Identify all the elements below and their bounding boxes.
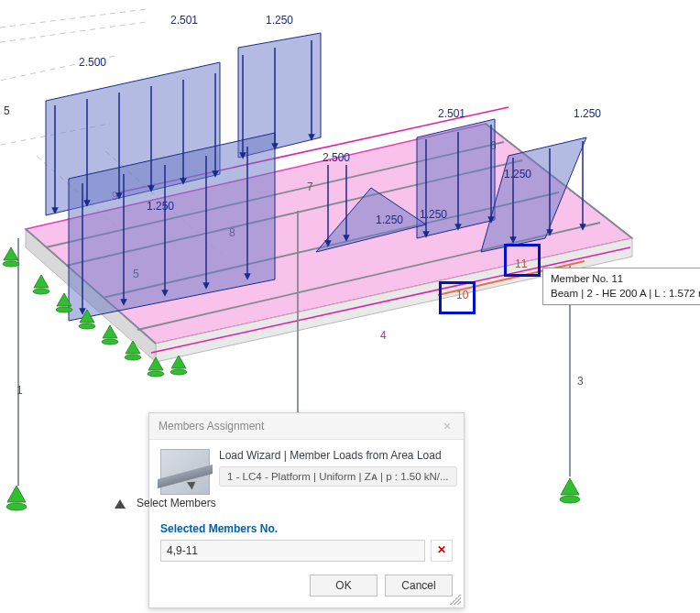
svg-marker-47 [4, 247, 18, 260]
dialog-close-button[interactable]: × [440, 419, 454, 433]
load-value-g: 1.250 [504, 168, 531, 181]
member-label-11: 11 [515, 257, 528, 270]
svg-marker-55 [103, 325, 117, 338]
wizard-title: Load Wizard | Member Loads from Area Loa… [219, 449, 457, 462]
svg-marker-63 [7, 486, 26, 502]
svg-point-60 [148, 371, 164, 377]
dialog-resize-grip[interactable] [450, 594, 461, 605]
load-value-c: 2.500 [79, 56, 106, 69]
tooltip-line2: Beam | 2 - HE 200 A | L : 1.572 m [551, 287, 700, 301]
svg-point-62 [170, 369, 187, 375]
load-value-h: 1.250 [147, 200, 174, 213]
load-value-i: 1.250 [376, 213, 403, 226]
selected-members-input[interactable] [160, 540, 425, 562]
member-label-3: 3 [577, 375, 584, 388]
cancel-button[interactable]: Cancel [385, 575, 453, 597]
ok-button[interactable]: OK [310, 575, 377, 597]
svg-point-56 [102, 339, 118, 345]
member-label-1: 1 [16, 384, 23, 397]
clear-selection-button[interactable]: ✕ [431, 540, 453, 562]
load-value-a: 2.501 [170, 14, 198, 27]
dialog-titlebar[interactable]: Members Assignment × [149, 413, 464, 440]
svg-marker-65 [561, 478, 579, 495]
members-assignment-dialog[interactable]: Members Assignment × Load Wizard | Membe… [148, 412, 465, 608]
member-label-7: 7 [307, 181, 313, 193]
load-value-e: 1.250 [574, 107, 601, 120]
svg-point-52 [56, 307, 72, 312]
dialog-title-text: Members Assignment [159, 420, 264, 432]
axis-label-5: 5 [4, 104, 10, 117]
member-label-10: 10 [456, 289, 469, 301]
select-members-label: Select Members [137, 497, 216, 509]
svg-point-48 [3, 261, 19, 267]
load-value-d: 2.501 [438, 107, 465, 120]
beam-section-icon [160, 449, 210, 495]
dim-label-4: 4 [380, 329, 387, 342]
svg-point-64 [6, 503, 27, 510]
dialog-body: Load Wizard | Member Loads from Area Loa… [149, 440, 464, 565]
svg-point-50 [33, 289, 49, 294]
svg-point-54 [79, 323, 95, 329]
svg-marker-49 [34, 275, 49, 288]
select-mode-icon [115, 499, 126, 509]
selected-members-header: Selected Members No. [160, 522, 453, 535]
svg-point-66 [560, 496, 580, 503]
tooltip-line1: Member No. 11 [551, 272, 700, 287]
member-tooltip: Member No. 11 Beam | 2 - HE 200 A | L : … [542, 268, 700, 305]
load-descriptor-pill[interactable]: 1 - LC4 - Platform | Uniform | Zᴀ | p : … [219, 466, 457, 487]
load-value-j: 1.250 [420, 208, 447, 221]
cursor-icon [187, 478, 198, 490]
load-value-f: 2.500 [323, 151, 350, 164]
load-value-b: 1.250 [266, 14, 293, 27]
svg-point-58 [125, 355, 141, 360]
